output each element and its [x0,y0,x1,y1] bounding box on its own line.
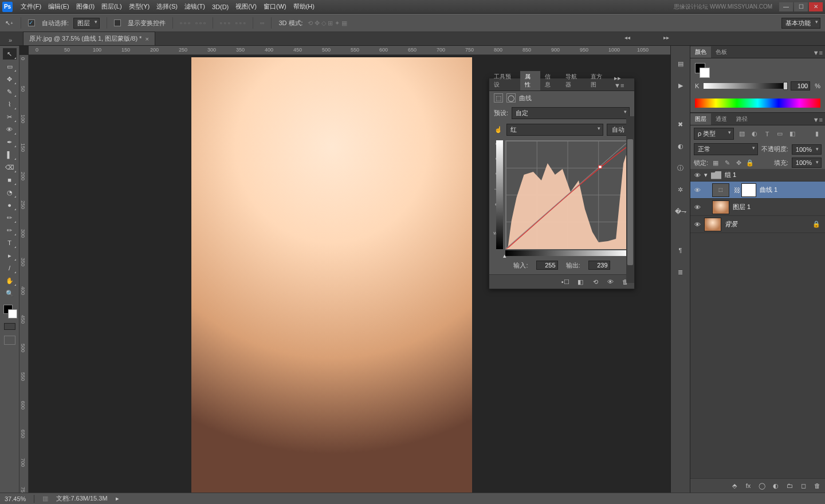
layer-filter-kind[interactable]: ρ 类型 [694,128,734,140]
visibility-toggle[interactable]: 👁 [690,221,704,228]
menu-select[interactable]: 选择(S) [153,2,181,11]
fg-bg-swatch[interactable] [2,304,17,318]
tab-layers[interactable]: 图层 [690,113,711,125]
menu-file[interactable]: 文件(F) [17,2,45,11]
filter-toggle[interactable]: ▮ [812,129,822,139]
adjustment-thumb-icon[interactable]: ⬚ [712,183,729,197]
styles-dock-icon[interactable]: ⓘ [674,162,687,174]
new-group-icon[interactable]: 🗀 [785,481,794,490]
status-mini-icon[interactable]: ▥ [42,495,48,502]
collapse-right-dock-icon[interactable]: ▸▸ [663,34,669,41]
brush-tool[interactable]: ✒ [3,136,17,148]
link-layers-icon[interactable]: ⬘ [730,481,739,490]
layer-name[interactable]: 曲线 1 [760,186,777,194]
color-fg-bg-swatch[interactable] [695,63,710,78]
layer-group[interactable]: 👁 ▾ 组 1 [690,169,825,182]
close-tab-icon[interactable]: × [145,36,148,42]
add-mask-icon[interactable]: ◯ [757,481,767,490]
tab-channels[interactable]: 通道 [711,113,732,125]
screen-mode-toggle[interactable] [4,336,15,345]
dodge-tool[interactable]: ✏ [3,212,17,223]
layer-thumb[interactable] [712,200,729,214]
tab-color[interactable]: 颜色 [690,46,711,58]
marquee-tool[interactable]: ▭ [3,61,17,72]
quickmask-toggle[interactable] [4,323,15,330]
opacity-field[interactable]: 100% [792,144,822,155]
menu-help[interactable]: 帮助(H) [290,2,318,11]
status-flyout-icon[interactable]: ▸ [116,495,119,502]
menu-3d[interactable]: 3D(D) [209,3,232,10]
move-tool[interactable]: ↖ [3,48,17,60]
paragraph-dock-icon[interactable]: ≣ [674,266,687,278]
pen-tool[interactable]: ✏ [3,225,17,236]
color-flyout-icon[interactable]: ▼≡ [811,48,825,58]
menu-image[interactable]: 图像(I) [73,2,98,11]
hand-tool[interactable]: ✋ [3,275,17,286]
menu-edit[interactable]: 编辑(E) [45,2,73,11]
layer-thumb[interactable] [704,218,721,231]
brush-presets-dock-icon[interactable]: ✖ [674,118,687,131]
lock-pixels-icon[interactable]: ✎ [723,159,731,167]
tab-paths[interactable]: 路径 [732,113,752,125]
clip-to-layer-icon[interactable]: ▪☐ [561,277,570,286]
crop-tool[interactable]: ⌇ [3,99,17,110]
layer-fx-icon[interactable]: fx [744,481,753,490]
adjustments-dock-icon[interactable]: ◐ [674,140,687,152]
channels-dock-icon[interactable]: �⇁ [674,205,687,218]
blend-mode-select[interactable]: 正常 [694,143,758,155]
lasso-tool[interactable]: ✥ [3,73,17,85]
preset-select[interactable]: 自定 [512,107,630,119]
history-dock-icon[interactable]: ▤ [674,57,687,70]
curves-graph[interactable]: ▴ ▴ [505,140,630,255]
history-brush-tool[interactable]: ⌫ [3,162,17,173]
tab-info[interactable]: 信息 [540,71,560,90]
gradient-tool[interactable]: ◔ [3,187,17,198]
character-dock-icon[interactable]: ¶ [674,244,687,257]
swatches-dock-icon[interactable]: ✲ [674,183,687,196]
layer-layer1[interactable]: 👁 图层 1 [690,199,825,216]
collapse-props-icon[interactable]: ◂◂ [624,34,630,41]
auto-select-checkbox[interactable] [28,19,35,26]
filter-type-icon[interactable]: T [763,129,772,139]
stamp-tool[interactable]: ▌ [3,149,17,160]
blur-tool[interactable]: ● [3,199,17,211]
magic-wand-tool[interactable]: ✎ [3,86,17,97]
window-maximize-button[interactable]: ☐ [794,2,808,11]
auto-select-target-dropdown[interactable]: 图层 [73,18,100,29]
window-minimize-button[interactable]: — [779,2,793,11]
menu-filter[interactable]: 滤镜(T) [181,2,209,11]
zoom-tool[interactable]: 🔍 [3,288,17,299]
line-tool[interactable]: / [3,262,17,274]
lock-transparency-icon[interactable]: ▦ [712,159,720,167]
delete-layer-icon[interactable]: 🗑 [812,481,822,490]
visibility-toggle[interactable]: 👁 [690,204,704,211]
layer-name[interactable]: 图层 1 [733,203,751,211]
black-point-slider[interactable]: ▴ [503,252,506,259]
menu-layer[interactable]: 图层(L) [98,2,125,11]
expand-dock-icon[interactable]: » [2,35,18,45]
filter-shape-icon[interactable]: ▭ [775,129,784,139]
lock-all-icon[interactable]: 🔒 [746,159,754,167]
targeted-adjustment-icon[interactable]: ☝ [494,125,503,135]
link-icon[interactable]: ⛓ [734,187,740,194]
new-adjustment-icon[interactable]: ◐ [771,481,780,490]
color-spectrum[interactable] [695,99,820,108]
tab-histogram[interactable]: 直方图 [586,71,612,90]
toggle-visibility-icon[interactable]: 👁 [606,277,615,286]
eyedropper-tool[interactable]: ✂ [3,111,17,123]
layer-mask-thumb[interactable] [741,183,756,197]
window-close-button[interactable]: ✕ [809,2,823,11]
menu-window[interactable]: 窗口(W) [260,2,290,11]
panel-flyout-icon[interactable]: ▸▸ ▼≡ [612,73,634,90]
layer-curves[interactable]: 👁 ⬚ ⛓ 曲线 1 [690,182,825,199]
workspace-switcher[interactable]: 基本功能 [781,18,820,29]
group-twisty-icon[interactable]: ▾ [704,171,711,179]
output-value-field[interactable]: 239 [588,261,610,270]
layer-name[interactable]: 组 1 [725,171,736,179]
visibility-toggle[interactable]: 👁 [690,187,704,194]
new-layer-icon[interactable]: ◻ [799,481,808,490]
filter-smart-icon[interactable]: ◧ [788,129,797,139]
actions-dock-icon[interactable]: ▶ [674,79,687,92]
tab-properties[interactable]: 属性 [520,71,540,90]
healing-tool[interactable]: 👁 [3,124,17,135]
